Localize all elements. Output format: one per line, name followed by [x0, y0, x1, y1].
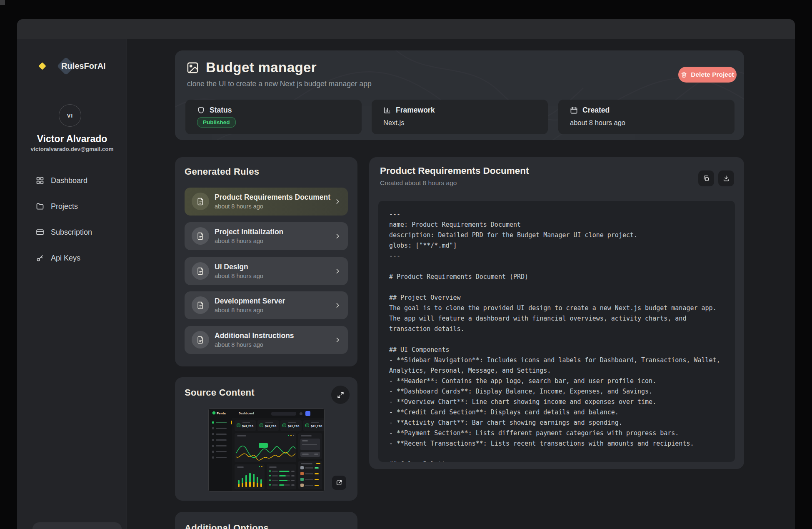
document-panel: Product Requirements Document Created ab…: [369, 157, 744, 469]
rule-item-project-initialization[interactable]: Project Initialization about 8 hours ago: [185, 222, 348, 250]
source-content-panel: Source Content Penta Dashboard: [175, 377, 357, 501]
rule-time: about 8 hours ago: [215, 273, 263, 279]
status-badge: Published: [197, 117, 236, 128]
preview-stat-card: $41,210: [257, 420, 279, 431]
rule-item-additional-instructions[interactable]: Additional Instructions about 8 hours ag…: [185, 326, 348, 354]
preview-bell-icon: [300, 412, 302, 415]
preview-topbar: Penta Dashboard: [209, 409, 324, 418]
generated-rules-panel: Generated Rules Product Requirements Doc…: [175, 157, 357, 366]
document-subtitle: Created about 8 hours ago: [380, 179, 457, 187]
preview-stat-card: $41,210: [280, 420, 302, 431]
copy-button[interactable]: [698, 170, 714, 186]
sidebar-item-subscription[interactable]: Subscription: [30, 223, 117, 241]
calendar-icon: [570, 106, 578, 114]
bar-chart-icon: [383, 106, 391, 114]
rule-title: Additional Instructions: [215, 331, 294, 340]
preview-sidebar-active-notch: [231, 421, 232, 424]
rule-time: about 8 hours ago: [215, 341, 263, 348]
file-text-icon: [197, 198, 205, 206]
chevron-right-icon: [334, 198, 341, 205]
rule-title: Development Server: [215, 297, 285, 306]
additional-options-title: Additional Options: [185, 523, 269, 529]
source-content-title: Source Content: [185, 387, 255, 398]
rule-title: Product Requirements Document: [215, 193, 330, 202]
preview-brand: Penta: [212, 411, 226, 415]
preview-thumbnail[interactable]: Penta Dashboard: [208, 409, 325, 491]
shield-icon: [197, 106, 205, 114]
preview-brand-icon: [212, 411, 216, 415]
sidebar-item-label: Subscription: [51, 228, 92, 237]
generated-rules-title: Generated Rules: [185, 166, 259, 177]
avatar: VI: [59, 104, 81, 127]
avatar-initials: VI: [67, 113, 73, 119]
rule-title: UI Design: [215, 263, 248, 271]
copy-icon: [703, 175, 710, 182]
preview-sidebar: [209, 418, 232, 491]
expand-button[interactable]: [331, 386, 350, 404]
app-window: RulesForAI VI Victor Alvarado victoralva…: [17, 19, 795, 529]
stat-card-created: Created about 8 hours ago: [558, 100, 735, 134]
download-icon: [723, 175, 730, 182]
preview-page-title: Dashboard: [239, 412, 254, 415]
file-text-icon: [197, 232, 205, 240]
sidebar-item-label: Api Keys: [51, 254, 80, 263]
file-text-icon: [197, 267, 205, 275]
stat-label: Created: [582, 106, 610, 115]
folder-icon: [36, 202, 44, 211]
preview-recent-transactions: [298, 461, 322, 489]
sidebar-item-label: Dashboard: [51, 176, 87, 185]
user-email: victoralvarado.dev@gmail.com: [17, 146, 127, 152]
external-link-icon: [336, 479, 342, 486]
sidebar-item-projects[interactable]: Projects: [30, 197, 117, 216]
sidebar-bottom-card[interactable]: [32, 522, 122, 529]
chevron-right-icon: [334, 233, 341, 240]
download-button[interactable]: [718, 170, 734, 186]
stat-label: Status: [210, 106, 232, 115]
preview-activity-chart: [235, 464, 265, 489]
screen: RulesForAI VI Victor Alvarado victoralva…: [0, 0, 812, 529]
file-text-icon: [197, 336, 205, 344]
preview-payment-section: [267, 464, 296, 489]
preview-stat-card: $41,210: [235, 420, 256, 431]
sidebar-item-dashboard[interactable]: Dashboard: [30, 171, 117, 190]
preview-overview-chart: [235, 433, 296, 462]
stat-value: Next.js: [383, 119, 404, 127]
delete-project-button[interactable]: Delete Project: [678, 67, 737, 83]
rule-time: about 8 hours ago: [215, 238, 263, 244]
rule-title: Project Initialization: [215, 228, 283, 236]
project-description: clone the UI to create a new Next js bud…: [187, 80, 372, 88]
rule-item-ui-design[interactable]: UI Design about 8 hours ago: [185, 257, 348, 285]
document-content: --- name: Product Requirements Document …: [378, 201, 735, 462]
screen-corner-artifact: [0, 0, 5, 5]
user-name: Victor Alvarado: [17, 133, 127, 145]
trash-icon: [681, 72, 687, 78]
preview-credit-card: [298, 433, 322, 459]
preview-stat-card: $41,210: [303, 420, 325, 431]
stat-label: Framework: [396, 106, 435, 115]
credit-card-icon: [36, 228, 44, 236]
rule-item-prd[interactable]: Product Requirements Document about 8 ho…: [185, 188, 348, 216]
sidebar: RulesForAI VI Victor Alvarado victoralva…: [17, 39, 127, 529]
chevron-right-icon: [334, 268, 341, 275]
chevron-right-icon: [334, 336, 341, 343]
stat-card-framework: Framework Next.js: [372, 100, 548, 134]
preview-search-bar: [271, 412, 296, 416]
window-titlebar: [17, 19, 795, 39]
preview-avatar: [305, 411, 310, 416]
expand-icon: [337, 391, 344, 399]
page-title: Budget manager: [206, 60, 317, 75]
brand-name: RulesForAI: [61, 61, 106, 71]
open-external-button[interactable]: [332, 476, 346, 490]
file-text-icon: [197, 301, 205, 309]
sidebar-item-api-keys[interactable]: Api Keys: [30, 249, 117, 267]
picture-icon: [186, 61, 199, 74]
document-title: Product Requirements Document: [380, 165, 529, 176]
rule-item-development-server[interactable]: Development Server about 8 hours ago: [185, 291, 348, 319]
stat-value: about 8 hours ago: [570, 119, 625, 127]
brand-logo-accent-icon: [38, 62, 46, 70]
stat-card-status: Status Published: [185, 100, 362, 134]
key-icon: [36, 254, 44, 262]
project-header-panel: Budget manager clone the UI to create a …: [175, 50, 744, 140]
sidebar-item-label: Projects: [51, 202, 78, 211]
delete-project-label: Delete Project: [691, 71, 734, 78]
